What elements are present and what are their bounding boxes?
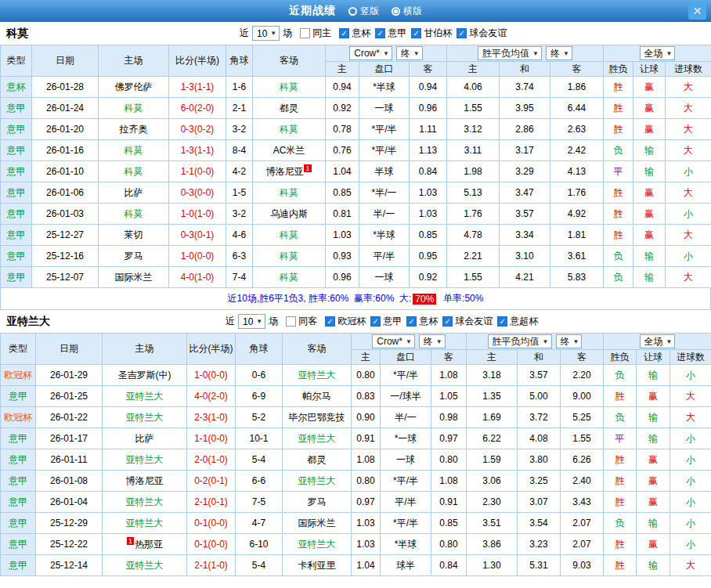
- home-team-cell: 科莫: [99, 140, 169, 161]
- match-count-select[interactable]: 10 ▼: [252, 26, 280, 41]
- avg-time-select[interactable]: 终 ▼: [556, 334, 583, 348]
- unchecked-checkbox-icon[interactable]: [300, 28, 310, 38]
- layout-radio-vertical[interactable]: 竖版: [348, 5, 379, 18]
- checked-checkbox-icon[interactable]: ✓: [406, 316, 417, 326]
- league-filter-意甲[interactable]: ✓意甲: [375, 27, 406, 40]
- league-filter-label: 意甲: [383, 315, 402, 328]
- avg-home-cell: 3.06: [467, 471, 518, 492]
- avg-draw-cell: 2.86: [500, 119, 550, 140]
- sub-header-odds-home: 主: [326, 62, 359, 77]
- checked-checkbox-icon[interactable]: ✓: [339, 28, 349, 38]
- chevron-down-icon: ▼: [573, 338, 579, 345]
- odds-home-cell: 0.78: [326, 119, 359, 140]
- result-handicap-cell: 输: [633, 140, 666, 161]
- away-team-cell: 科莫: [253, 267, 326, 288]
- same-venue-filter[interactable]: 同客: [286, 315, 317, 328]
- avg-time-select[interactable]: 终 ▼: [546, 46, 572, 60]
- league-filter-甘伯杯[interactable]: ✓甘伯杯: [411, 27, 452, 40]
- team-name: 博洛尼亚: [265, 166, 303, 177]
- avg-type-select[interactable]: 胜平负均值 ▼: [488, 334, 552, 348]
- league-filter-label: 意超杯: [510, 315, 538, 328]
- radio-selected-icon[interactable]: [392, 7, 400, 16]
- scope-select[interactable]: 全场 ▼: [640, 334, 676, 348]
- odds-time-select[interactable]: 终 ▼: [419, 334, 446, 348]
- checked-checkbox-icon[interactable]: ✓: [375, 28, 385, 38]
- checked-checkbox-icon[interactable]: ✓: [442, 316, 453, 326]
- date-cell: 26-01-04: [36, 492, 103, 513]
- away-team-cell: 国际米兰: [283, 513, 352, 534]
- date-cell: 26-01-20: [32, 119, 99, 140]
- sub-header-odds-away: 客: [410, 62, 447, 77]
- sub-header-avg-home: 主: [447, 62, 500, 77]
- odds-company-select[interactable]: Crow* ▼: [349, 46, 392, 60]
- col-header-corner: 角球: [236, 334, 283, 365]
- avg-home-cell: 3.18: [467, 365, 518, 386]
- league-filter-意杯[interactable]: ✓意杯: [339, 27, 370, 40]
- league-filter-球会友谊[interactable]: ✓球会友谊: [442, 315, 493, 328]
- league-cell: 意杯: [1, 77, 32, 98]
- score-cell: 1-0(0-0): [187, 365, 236, 386]
- match-row: 意甲26-01-08博洛尼亚0-2(0-1)6-6亚特兰大0.80*平/半1.0…: [1, 471, 711, 492]
- avg-group-header: 胜平负均值 ▼ 终 ▼: [447, 45, 604, 62]
- odds-group-header: Crow* ▼ 终 ▼: [326, 45, 447, 62]
- avg-away-cell: 1.81: [550, 225, 604, 246]
- close-button[interactable]: ✕: [688, 2, 706, 20]
- odds-time-select[interactable]: 终 ▼: [396, 46, 423, 60]
- scope-select[interactable]: 全场 ▼: [640, 46, 676, 60]
- checked-checkbox-icon[interactable]: ✓: [457, 28, 467, 38]
- same-venue-filter[interactable]: 同主: [300, 27, 331, 40]
- home-team-cell: 佛罗伦萨: [99, 77, 169, 98]
- odds-company-value: Crow*: [354, 48, 380, 59]
- league-filter-欧冠杯[interactable]: ✓欧冠杯: [325, 315, 366, 328]
- avg-type-select[interactable]: 胜平负均值 ▼: [478, 46, 542, 60]
- handicap-cell: 一/球半: [381, 386, 431, 407]
- avg-away-cell: 5.25: [561, 407, 604, 428]
- match-row: 意甲26-01-17比萨1-1(0-0)10-1亚特兰大0.91*一球0.976…: [1, 428, 711, 449]
- score-cell: 1-1(0-0): [187, 428, 236, 449]
- league-filter-意杯[interactable]: ✓意杯: [406, 315, 438, 328]
- corner-cell: 10-1: [236, 428, 283, 449]
- avg-home-cell: 3.51: [467, 513, 518, 534]
- team-name: 亚特兰大: [126, 412, 164, 423]
- match-row: 意甲25-12-221热那亚0-1(0-0)6-10亚特兰大1.03*半球0.8…: [1, 534, 711, 555]
- checked-checkbox-icon[interactable]: ✓: [497, 316, 507, 326]
- league-cell: 意甲: [1, 428, 36, 449]
- odds-company-select[interactable]: Crow* ▼: [372, 334, 415, 348]
- date-cell: 26-01-06: [32, 182, 99, 204]
- checked-checkbox-icon[interactable]: ✓: [325, 316, 335, 326]
- scope-value: 全场: [644, 47, 663, 60]
- league-filter-label: 意甲: [388, 27, 406, 40]
- checked-checkbox-icon[interactable]: ✓: [411, 28, 421, 38]
- sub-header-result-handicap: 让球: [633, 62, 666, 77]
- layout-radio-horizontal[interactable]: 横版: [392, 5, 422, 18]
- result-wdl-cell: 胜: [604, 449, 637, 471]
- result-goals-cell: 小: [666, 204, 711, 225]
- league-filter-意甲[interactable]: ✓意甲: [370, 315, 402, 328]
- corner-cell: 3-2: [226, 204, 253, 225]
- result-wdl-cell: 胜: [604, 182, 633, 204]
- avg-draw-cell: 3.25: [518, 471, 561, 492]
- league-filter-球会友谊[interactable]: ✓球会友谊: [457, 27, 507, 40]
- score-cell: 4-0(1-0): [169, 267, 226, 288]
- checked-checkbox-icon[interactable]: ✓: [370, 316, 381, 326]
- odds-group-header: Crow* ▼ 终 ▼: [352, 334, 467, 350]
- corner-cell: 7-4: [226, 267, 253, 288]
- odds-away-cell: 1.13: [410, 140, 447, 161]
- team-name: AC米兰: [273, 145, 305, 156]
- atalanta-table-header: 类型 日期 主场 比分(半场) 角球 客场 Crow* ▼ 终 ▼: [1, 334, 711, 365]
- corner-cell: 0-6: [236, 365, 283, 386]
- odds-away-cell: 0.98: [431, 407, 467, 428]
- result-goals-cell: 小: [666, 246, 711, 267]
- radio-unselected-icon[interactable]: [348, 7, 357, 16]
- match-count-select[interactable]: 10 ▼: [238, 314, 265, 329]
- result-handicap-cell: 输: [637, 513, 670, 534]
- handicap-cell: *平/半: [381, 471, 431, 492]
- match-row: 意甲25-12-29亚特兰大0-1(0-0)4-7国际米兰1.03*平/半0.8…: [1, 513, 711, 534]
- unchecked-checkbox-icon[interactable]: [286, 316, 296, 326]
- corner-cell: 4-6: [226, 225, 253, 246]
- avg-draw-cell: 3.95: [500, 98, 550, 119]
- away-team-cell: 乌迪内斯: [253, 204, 326, 225]
- team-title: 亚特兰大: [6, 315, 50, 329]
- chevron-down-icon: ▼: [666, 50, 673, 57]
- league-filter-意超杯[interactable]: ✓意超杯: [497, 315, 538, 328]
